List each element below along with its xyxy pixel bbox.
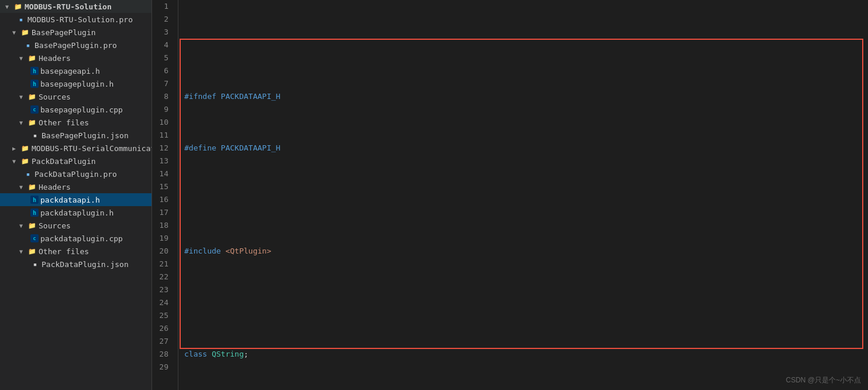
folder-icon: 📁	[27, 53, 37, 63]
sidebar-item-solution-pro[interactable]: ▪ MODBUS-RTU-Solution.pro	[0, 13, 151, 26]
chevron-icon: ▼	[16, 53, 26, 63]
sidebar-item-basepageplugin-cpp[interactable]: c basepageplugin.cpp	[0, 103, 151, 116]
sidebar-item-label: packdataplugin.h	[40, 208, 113, 217]
sidebar-item-packdataplugin-cpp[interactable]: c packdataplugin.cpp	[0, 232, 151, 245]
folder-icon: 📁	[13, 2, 23, 11]
line-num-2: 2	[152, 13, 173, 26]
code-token: QString	[212, 348, 244, 361]
line-num-20: 20	[152, 245, 173, 258]
sidebar-item-label: MODBUS-RTU-SerialCommunication	[32, 144, 151, 153]
folder-icon: 📁	[27, 182, 37, 191]
folder-icon: 📁	[20, 28, 30, 37]
code-line-3	[184, 193, 868, 206]
sidebar-item-basepageplugin-h[interactable]: h basepageplugin.h	[0, 77, 151, 90]
line-num-18: 18	[152, 219, 173, 232]
sidebar-item-packdataplugin[interactable]: ▼ 📁 PackDataPlugin	[0, 155, 151, 167]
sidebar-item-headers2[interactable]: ▼ 📁 Headers	[0, 180, 151, 193]
code-container: 1 2 3 4 5 6 7 8 9 10 11 12 13 14 15 16 1…	[152, 0, 868, 390]
folder-icon: 📁	[27, 221, 37, 230]
line-num-7: 7	[152, 77, 173, 90]
sidebar-item-label: Sources	[39, 93, 71, 101]
chevron-icon: ▼	[16, 118, 26, 127]
sidebar-item-basepageplugin[interactable]: ▼ 📁 BasePagePlugin	[0, 26, 151, 39]
cpp-icon: c	[30, 234, 39, 242]
code-line-4: #include <QtPlugin>	[184, 245, 868, 258]
sidebar-item-basepageapi-h[interactable]: h basepageapi.h	[0, 64, 151, 77]
line-num-26: 26	[152, 322, 173, 335]
code-line-2: #define PACKDATAAPI_H	[184, 142, 868, 155]
h-icon: h	[30, 208, 39, 217]
sidebar-item-basepageplugin-json[interactable]: ▪ BasePagePlugin.json	[0, 129, 151, 142]
code-token: ;	[244, 348, 249, 361]
line-num-6: 6	[152, 64, 173, 77]
sidebar-item-label: MODBUS-RTU-Solution.pro	[27, 15, 133, 24]
sidebar-item-label: BasePagePlugin.json	[42, 131, 129, 140]
sidebar-item-modbus-serial[interactable]: ▶ 📁 MODBUS-RTU-SerialCommunication	[0, 142, 151, 155]
sidebar-item-label: MODBUS-RTU-Solution	[25, 2, 112, 11]
chevron-icon: ▼	[2, 2, 12, 11]
sidebar-item-label: BasePagePlugin.pro	[35, 41, 117, 50]
sidebar-item-headers1[interactable]: ▼ 📁 Headers	[0, 52, 151, 64]
h-icon: h	[30, 67, 39, 75]
sidebar-item-label: Headers	[39, 183, 71, 191]
line-num-29: 29	[152, 361, 173, 374]
line-num-25: 25	[152, 309, 173, 322]
chevron-icon: ▼	[16, 221, 26, 230]
line-num-5: 5	[152, 52, 173, 64]
code-content[interactable]: #ifndef PACKDATAAPI_H #define PACKDATAAP…	[178, 0, 868, 390]
sidebar-item-solution[interactable]: ▼ 📁 MODBUS-RTU-Solution	[0, 0, 151, 13]
chevron-icon: ▼	[16, 182, 26, 191]
code-token: #ifndef PACKDATAAPI_H	[184, 90, 280, 103]
sidebar-item-label: packdataplugin.cpp	[40, 234, 123, 243]
sidebar-item-sources2[interactable]: ▼ 📁 Sources	[0, 219, 151, 232]
h-icon: h	[30, 196, 39, 204]
sidebar-item-label: packdataapi.h	[40, 196, 100, 204]
line-num-14: 14	[152, 167, 173, 180]
line-num-19: 19	[152, 232, 173, 245]
line-num-16: 16	[152, 193, 173, 206]
sidebar-item-otherfiles2[interactable]: ▼ 📁 Other files	[0, 245, 151, 258]
code-token: #define PACKDATAAPI_H	[184, 142, 280, 155]
sidebar-item-label: Sources	[39, 221, 71, 230]
line-num-21: 21	[152, 258, 173, 271]
line-num-4: 4	[152, 39, 173, 52]
sidebar-item-basepageplugin-pro[interactable]: ▪ BasePagePlugin.pro	[0, 39, 151, 52]
watermark: CSDN @只是个~小不点	[786, 375, 861, 385]
sidebar-item-otherfiles1[interactable]: ▼ 📁 Other files	[0, 116, 151, 129]
code-token: #include	[184, 245, 225, 258]
code-token: <QtPlugin>	[225, 245, 271, 258]
folder-icon: 📁	[27, 118, 37, 127]
pro-icon: ▪	[23, 40, 33, 50]
json-icon: ▪	[30, 259, 40, 269]
sidebar-item-label: Other files	[39, 247, 89, 256]
line-num-23: 23	[152, 283, 173, 296]
line-num-1: 1	[152, 0, 173, 13]
line-num-11: 11	[152, 129, 173, 142]
line-num-9: 9	[152, 103, 173, 116]
sidebar-item-packdataplugin-h[interactable]: h packdataplugin.h	[0, 206, 151, 219]
sidebar-item-packdataplugin-pro[interactable]: ▪ PackDataPlugin.pro	[0, 167, 151, 180]
line-num-28: 28	[152, 348, 173, 361]
line-num-22: 22	[152, 271, 173, 283]
line-num-3: 3	[152, 26, 173, 39]
line-num-12: 12	[152, 142, 173, 155]
sidebar-item-label: Headers	[39, 54, 71, 63]
sidebar-item-label: BasePagePlugin	[32, 28, 96, 37]
folder-icon: 📁	[20, 143, 30, 153]
sidebar-item-label: PackDataPlugin.pro	[35, 170, 117, 179]
sidebar-item-packdataplugin-json[interactable]: ▪ PackDataPlugin.json	[0, 258, 151, 271]
pro-icon: ▪	[23, 169, 33, 179]
line-numbers: 1 2 3 4 5 6 7 8 9 10 11 12 13 14 15 16 1…	[152, 0, 178, 390]
h-icon: h	[30, 80, 39, 88]
sidebar-item-sources1[interactable]: ▼ 📁 Sources	[0, 90, 151, 103]
code-line-5	[184, 296, 868, 309]
sidebar-item-packdataapi-h[interactable]: h packdataapi.h	[0, 193, 151, 206]
line-num-10: 10	[152, 116, 173, 129]
line-num-17: 17	[152, 206, 173, 219]
line-num-15: 15	[152, 180, 173, 193]
chevron-icon: ▼	[9, 28, 19, 37]
sidebar-item-label: Other files	[39, 118, 89, 127]
code-line-1: #ifndef PACKDATAAPI_H	[184, 90, 868, 103]
sidebar-item-label: basepageplugin.cpp	[40, 105, 123, 114]
sidebar-item-label: basepageplugin.h	[40, 80, 113, 88]
